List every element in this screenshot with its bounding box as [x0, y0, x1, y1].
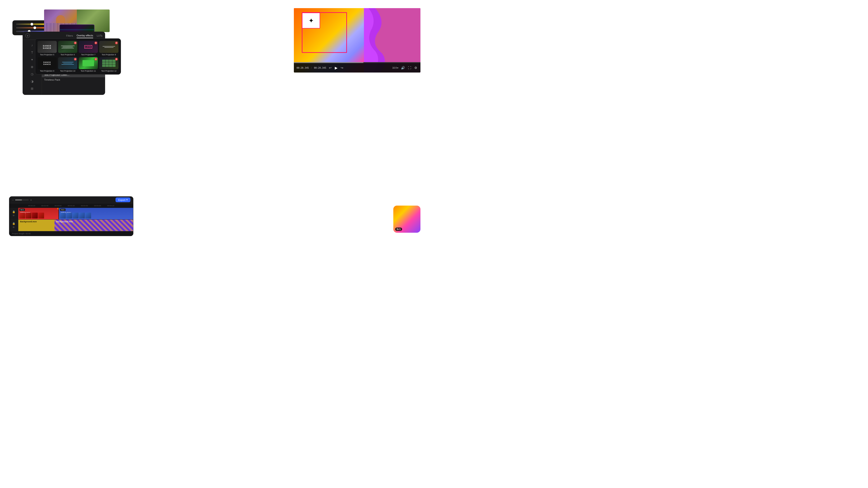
- track-lock-icon-bg[interactable]: 🔒: [12, 222, 16, 225]
- timecode-current: 00:20.345: [297, 67, 309, 69]
- video-thumb-frame-2c: [72, 213, 79, 219]
- effect-grid-cell-3[interactable]: ♛ LOVE Text Projection 7: [79, 41, 98, 56]
- track-eye-icon[interactable]: 👁: [12, 214, 15, 217]
- video-thumb-frame-1a: [19, 213, 25, 219]
- play-button[interactable]: ▶: [334, 65, 338, 70]
- timecode-mark-1: 00:00:20: [25, 205, 38, 207]
- video-segment-2[interactable]: fx·1 Video.mov: [59, 208, 133, 219]
- rewind-button[interactable]: ↩: [329, 66, 332, 70]
- video-track-segments: fx·1 Video.mov fx·1 Video.mov: [18, 208, 133, 219]
- effects-grid-panel: DANCEDANCE Text Projection 5 ♛ Text Proj…: [35, 38, 121, 74]
- fullscreen-button[interactable]: ⛶: [408, 66, 412, 70]
- fx-card: fx·1: [393, 205, 421, 233]
- effect-thumb-text-6: [58, 57, 77, 69]
- settings-button[interactable]: ⚙: [414, 66, 418, 70]
- effect-thumb-text-4: [99, 41, 119, 53]
- fx-badge-seg1: fx·1: [20, 208, 25, 211]
- list-item-timeless[interactable]: Timeless Pack: [42, 77, 105, 82]
- effect-label-1: Text Projection 5: [37, 54, 57, 56]
- bg-filename-2: Background.mov: [56, 221, 73, 223]
- slider-thumb-orange[interactable]: [33, 26, 36, 29]
- timeline-timecodes: 00:00:20 00:02:40 00:03:00 00:03:20 00:0…: [9, 203, 133, 208]
- fx-card-badge: fx·1: [395, 228, 402, 231]
- volume-button[interactable]: 🔊: [401, 66, 405, 70]
- effect-thumb-6[interactable]: ♛: [58, 57, 77, 69]
- effect-thumb-1[interactable]: DANCEDANCE: [37, 41, 57, 53]
- effect-label-8: Text Projection 12: [99, 70, 119, 72]
- zoom-fill: [15, 199, 22, 200]
- sparkle-icon: ✦: [309, 17, 314, 24]
- tab-filters[interactable]: Filters: [66, 33, 73, 38]
- effect-thumb-2[interactable]: ♛: [58, 41, 77, 53]
- tab-overlay-effects[interactable]: Overlay effects: [76, 33, 93, 38]
- video-thumb-frame-2e: [85, 213, 91, 219]
- track-controls-bg: 🔒 👁: [9, 220, 18, 231]
- slider-thumb-yellow[interactable]: [31, 23, 33, 26]
- main-video-preview: ✦ 00:20.345 / 00:20.345 ↩ ▶ ↪ 16:9 ▾ 🔊 ⛶…: [294, 8, 421, 72]
- timeline-header: − + Export ▾: [9, 197, 133, 203]
- project-length-label: Project length: 00:00: [12, 232, 31, 235]
- aspect-ratio-select[interactable]: 16:9 ▾: [393, 67, 398, 69]
- effect-thumb-8[interactable]: ♛: [99, 57, 119, 69]
- effect-thumb-5[interactable]: DANCEDANCE: [37, 57, 57, 69]
- video-thumb-frame-1d: [38, 213, 44, 219]
- timeline-zoom-controls: − +: [12, 198, 32, 202]
- ai-sparkle-card: ✦: [302, 13, 320, 29]
- track-lock-icon[interactable]: 🔒: [12, 210, 16, 213]
- effect-thumb-text-2: [58, 41, 77, 53]
- add-effect-button[interactable]: +: [25, 33, 30, 38]
- slider-row-orange: [16, 27, 45, 29]
- timecode-mark-3: 00:03:00: [52, 205, 65, 207]
- effect-grid-cell-4[interactable]: ♛ Text Projection 8: [99, 41, 119, 56]
- effect-thumb-text-8: [99, 57, 119, 69]
- timecode-total: 00:20.345: [314, 67, 326, 69]
- slider-track-orange[interactable]: [16, 27, 45, 29]
- video-thumb-frame-2a: [60, 213, 66, 219]
- bg-segment-2[interactable]: Background.mov: [55, 220, 133, 231]
- track-eye-icon-bg[interactable]: 👁: [12, 226, 15, 229]
- video-segment-1[interactable]: fx·1 Video.mov: [18, 208, 59, 219]
- effect-grid-cell-7[interactable]: ♛ Text Projection 11: [79, 57, 98, 72]
- video-thumb-frame-1c: [32, 213, 38, 219]
- effect-label-3: Text Projection 7: [79, 54, 98, 56]
- effect-thumb-text-3: LOVE: [79, 41, 98, 53]
- sidebar-icon-layers[interactable]: ⊞: [23, 85, 41, 92]
- zoom-in-button[interactable]: +: [30, 198, 32, 202]
- timecode-mark-5: 00:03:40: [78, 205, 91, 207]
- track-body-video-1: fx·1 Video.mov fx·1 Video.mov: [18, 208, 133, 219]
- track-row-bg: 🔒 👁 Background.mov Background.mov: [9, 220, 133, 231]
- timecode-mark-7: 00:04:20: [104, 205, 117, 207]
- video-thumb-frame-2b: [66, 213, 72, 219]
- effect-thumb-7[interactable]: ♛: [79, 57, 98, 69]
- zoom-track[interactable]: [15, 199, 29, 200]
- timeline-footer: Project length: 00:00: [9, 231, 133, 236]
- slider-track-yellow[interactable]: [16, 24, 45, 25]
- effect-thumb-text-5: DANCEDANCE: [37, 57, 57, 69]
- track-body-bg: Background.mov Background.mov: [18, 220, 133, 231]
- video-thumb-frame-1b: [26, 213, 31, 219]
- timeline-panel: − + Export ▾ 00:00:20 00:02:40 00:03:00 …: [9, 196, 133, 236]
- effect-thumb-text-1: DANCEDANCE: [37, 41, 57, 53]
- export-button[interactable]: Export ▾: [116, 197, 130, 202]
- fx-badge-seg2: fx·1: [60, 208, 66, 211]
- timeline-playhead-head: [57, 208, 59, 210]
- bg-segment-1[interactable]: Background.mov: [18, 220, 55, 231]
- effect-grid-cell-1[interactable]: DANCEDANCE Text Projection 5: [37, 41, 57, 56]
- preview-controls-bar: 00:20.345 / 00:20.345 ↩ ▶ ↪ 16:9 ▾ 🔊 ⛶ ⚙: [294, 63, 421, 72]
- effect-thumb-3[interactable]: ♛ LOVE: [79, 41, 98, 53]
- forward-button[interactable]: ↪: [340, 66, 344, 70]
- effect-grid-cell-6[interactable]: ♛ Text Projection 10: [58, 57, 77, 72]
- zoom-out-button[interactable]: −: [12, 198, 14, 202]
- effect-thumb-4[interactable]: ♛: [99, 41, 119, 53]
- video-thumb-frame-2d: [79, 213, 85, 219]
- effect-label-5: Text Projection 9: [37, 70, 57, 72]
- effect-grid-cell-2[interactable]: ♛ Text Projection 6: [58, 41, 77, 56]
- effect-label-4: Text Projection 8: [99, 54, 119, 56]
- effect-label-6: Text Projection 10: [58, 70, 77, 72]
- effect-grid-cell-8[interactable]: ♛ Text Projection 12: [99, 57, 119, 72]
- timecode-mark-4: 00:03:20: [65, 205, 78, 207]
- sidebar-icon-color[interactable]: ◑: [23, 78, 41, 85]
- tab-luts[interactable]: LUTs: [97, 33, 102, 38]
- effect-thumb-text-7: [79, 57, 98, 69]
- effect-grid-cell-5[interactable]: DANCEDANCE Text Projection 9: [37, 57, 57, 72]
